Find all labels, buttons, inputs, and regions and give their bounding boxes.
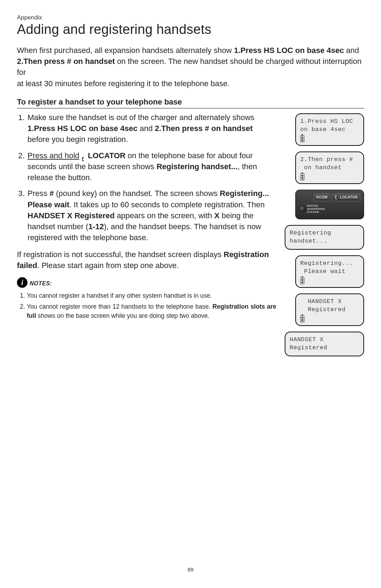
appendix-label: Appendix [17,14,364,21]
lcd-line: Registering... [300,260,359,268]
lcd-line: Registering [290,229,359,237]
locator-label: LOCATOR [88,151,126,160]
step-underline: Press and hold [28,151,79,160]
handset-screen-1: 1.Press HS LOC on base 4sec [295,113,364,146]
step-text: Make sure the handset is out of the char… [28,113,254,122]
battery-icon [300,173,304,180]
fail-text: If registration is not successful, the h… [17,250,224,259]
handset-screen-2: 2.Then press # on handset [295,152,364,184]
note-2: You cannot register more than 12 handset… [27,302,276,320]
note-1: You cannot register a handset if any oth… [27,291,276,300]
step-3: Press # (pound key) on the handset. The … [27,188,276,243]
step-bold: X [214,211,219,220]
lcd-line: HANDSET X [300,298,359,306]
handset-icon [81,154,86,159]
steps-list: Make sure the handset is out of the char… [17,112,276,243]
step-1: Make sure the handset is out of the char… [27,112,276,145]
handset-icon [334,195,339,200]
intro-bold-1: 1.Press HS LOC on base 4sec [234,46,344,55]
lcd-line: handset... [290,237,359,245]
intro-paragraph: When first purchased, all expansion hand… [17,45,364,89]
lcd-line: 1.Press HS LOC [300,118,359,126]
base-locator-button: LOCATOR [332,194,360,201]
step-bold: Registering handset... [157,162,238,171]
section-heading: To register a handset to your telephone … [17,97,364,108]
step-bold: 1.Press HS LOC on base 4sec [28,124,138,133]
step-bold: HANDSET X Registered [28,211,115,220]
step-text: before you begin registration. [28,135,128,144]
lcd-line: on base 4sec [300,126,359,134]
speaker-knob-icon [299,206,306,212]
step-text: appears on the screen, with [115,211,214,220]
step-text: . It takes up to 60 seconds to complete … [69,200,265,209]
base-screen-registering: Registering handset... [285,225,364,250]
battery-icon [300,135,304,142]
das-label: DIGITAL ANSWERING SYSTEM [307,204,325,214]
info-icon: i [17,277,28,288]
fail-text: . Please start again from step one above… [37,261,179,270]
note-text: You cannot register more than 12 handset… [27,303,212,310]
note-text: shows on the base screen while you are d… [36,312,209,319]
intro-text: When first purchased, all expansion hand… [17,46,234,55]
base-screen-registered: HANDSET X Registered [285,332,364,356]
handset-screen-registered: HANDSET X Registered [295,293,364,326]
battery-icon [300,315,304,322]
page-number: 69 [0,566,381,572]
intro-text: at least 30 minutes before registering i… [17,79,230,88]
locator-text: LOCATOR [340,195,358,199]
failure-paragraph: If registration is not successful, the h… [17,249,276,271]
lcd-line: 2.Then press # [300,156,359,164]
step-2: Press and hold LOCATOR on the telephone … [27,150,276,183]
step-bold: # [49,189,54,198]
intro-text: and [344,46,359,55]
lcd-line: on handset [300,164,359,172]
intro-bold-2: 2.Then press # on handset [17,57,115,66]
lcd-line: Please wait [300,268,359,276]
page-title: Adding and registering handsets [17,22,364,37]
lcd-line: HANDSET X [290,336,359,344]
base-intercom-button: RCOM [314,194,330,201]
step-text: Press [28,189,49,198]
notes-label: NOTES: [30,280,52,288]
step-text: (pound key) on the handset. The screen s… [54,189,220,198]
notes-list: You cannot register a handset if any oth… [17,291,276,320]
lcd-line: Registered [290,344,359,352]
step-text: and [138,124,155,133]
base-device-illustration: RCOM LOCATOR DIGITAL ANSWERING SYSTEM [295,190,364,219]
handset-screen-wait: Registering... Please wait [295,255,364,288]
battery-icon [300,277,304,284]
lcd-line: Registered [300,306,359,314]
step-bold: 2.Then press # on handset [155,124,253,133]
step-bold: 1-12 [88,222,104,231]
